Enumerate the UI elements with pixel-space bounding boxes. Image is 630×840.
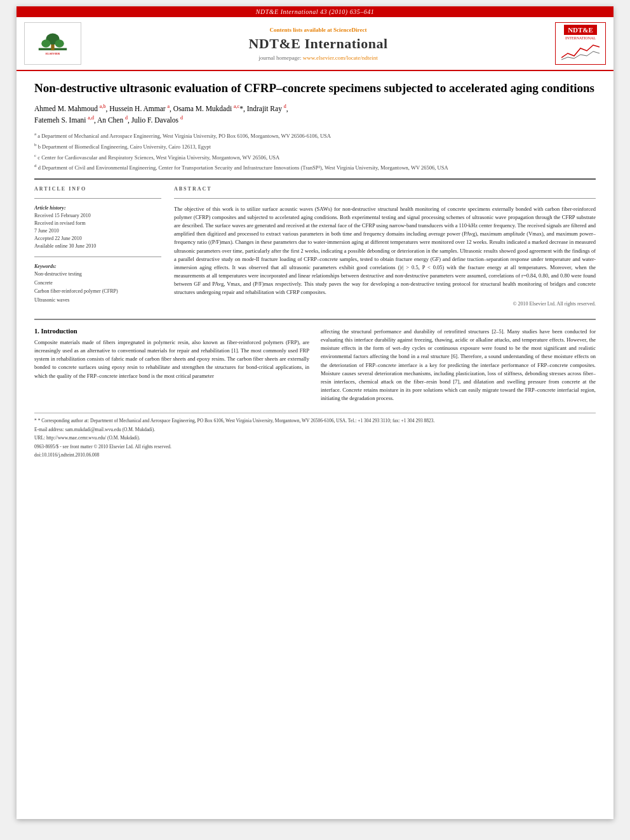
svg-point-4 [55,39,64,47]
graph-svg [561,42,600,61]
footnote-area: * * Corresponding author at: Department … [34,413,596,458]
keyword-3: Carbon fiber-reinforced polymer (CFRP) [34,288,161,296]
intro-title: 1. Introduction [34,328,309,335]
intro-col-left: 1. Introduction Composite materials made… [34,328,309,407]
affil-c: c c Center for Cardiovascular and Respir… [34,152,596,162]
abstract-text: The objective of this work is to utilize… [174,205,596,297]
journal-title: NDT&E International [248,36,387,52]
svg-point-3 [41,39,50,47]
keywords-label: Keywords: [34,263,161,269]
online: Available online 30 June 2010 [34,243,161,250]
keyword-4: Ultrasonic waves [34,297,161,305]
email-footnote: E-mail address: sam.mukdadi@mail.wvu.edu… [34,426,596,433]
url-footnote: URL: http://www.mae.cemr.wvu.edu/ (O.M. … [34,434,596,441]
journal-citation: NDT&E International 43 (2010) 635–641 [256,8,374,15]
divider-keywords [34,257,161,257]
authors: Ahmed M. Mahmoud a,b, Hussein H. Ammar a… [34,103,596,126]
main-body: 1. Introduction Composite materials made… [34,319,596,407]
graph-icon [561,42,600,62]
received2-date: 7 June 2010 [34,227,161,235]
journal-header: ELSEVIER Contents lists available at Sci… [17,17,613,71]
issn-line: 0963-8695/$ - see front matter © 2010 El… [34,444,596,450]
divider-top [34,178,596,180]
affil-b: b b Department of Biomedical Engineering… [34,142,596,151]
info-abstract-section: ARTICLE INFO Article history: Received 1… [34,186,596,310]
homepage-line: journal homepage: www.elsevier.com/locat… [258,55,377,61]
affiliations: a a Department of Mechanical and Aerospa… [34,131,596,171]
page: NDT&E International 43 (2010) 635–641 EL… [17,6,613,819]
intro-para1: Composite materials made of fibers impre… [34,338,309,380]
affil-a: a a Department of Mechanical and Aerospa… [34,131,596,140]
elsevier-logo: ELSEVIER [24,22,81,65]
journal-top-bar: NDT&E International 43 (2010) 635–641 [17,6,613,17]
ndte-badge: NDT&E [564,25,597,35]
article-title: Non-destructive ultrasonic evaluation of… [34,80,596,97]
copyright-line: © 2010 Elsevier Ltd. All rights reserved… [174,301,596,307]
article-info-panel: ARTICLE INFO Article history: Received 1… [34,186,161,310]
keyword-2: Concrete [34,279,161,288]
journal-logo-right: NDT&E INTERNATIONAL [555,22,606,65]
abstract-heading: ABSTRACT [174,186,596,192]
history-group: Article history: Received 15 February 20… [34,205,161,250]
intro-col-right: affecting the structural performance and… [321,328,596,407]
doi-line: doi:10.1016/j.ndteint.2010.06.008 [34,452,596,458]
journal-center: Contents lists available at ScienceDirec… [86,22,550,65]
received1: Received 15 February 2010 [34,212,161,220]
sciencedirect-line: Contents lists available at ScienceDirec… [270,27,367,33]
elsevier-tree-icon: ELSEVIER [34,31,72,57]
intro-para2: affecting the structural performance and… [321,328,596,403]
received2: Received in revised form [34,220,161,227]
keywords-group: Keywords: Non-destructive testing Concre… [34,263,161,305]
article-body: Non-destructive ultrasonic evaluation of… [17,71,613,467]
keyword-1: Non-destructive testing [34,270,161,279]
corresponding-footnote: * * Corresponding author at: Department … [34,417,596,424]
ndte-sub: INTERNATIONAL [565,36,596,40]
history-label: Article history: [34,205,161,211]
keywords-list: Non-destructive testing Concrete Carbon … [34,270,161,305]
divider-info [34,198,161,199]
article-info-heading: ARTICLE INFO [34,186,161,192]
svg-text:ELSEVIER: ELSEVIER [46,52,60,55]
abstract-panel: ABSTRACT The objective of this work is t… [174,186,596,310]
divider-abstract [174,198,596,199]
accepted: Accepted 22 June 2010 [34,235,161,243]
affil-d: d d Department of Civil and Environmenta… [34,163,596,172]
